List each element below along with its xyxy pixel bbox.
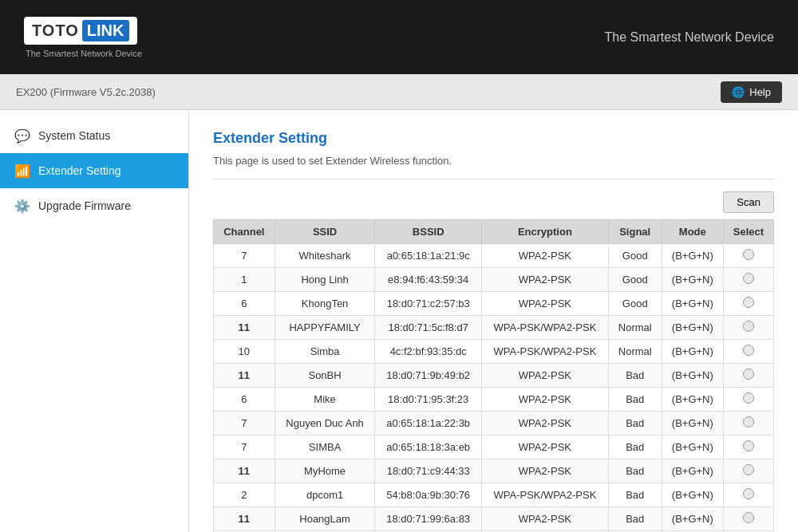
- table-cell: HAPPYFAMILY: [275, 316, 375, 340]
- table-cell: 7: [214, 412, 275, 435]
- table-cell: WPA2-PSK: [481, 364, 608, 388]
- main-layout: 💬System Status📶Extender Setting⚙️Upgrade…: [0, 110, 798, 532]
- table-cell: MyHome: [275, 459, 375, 483]
- table-cell: WPA2-PSK: [481, 459, 608, 483]
- table-cell: KhongTen: [275, 292, 375, 316]
- table-cell: 18:d0:71:99:6a:83: [375, 507, 481, 531]
- select-radio[interactable]: [743, 488, 754, 499]
- table-cell: 4c:f2:bf:93:35:dc: [375, 340, 481, 364]
- table-cell[interactable]: [724, 388, 774, 412]
- table-cell: WPA2-PSK: [481, 435, 608, 459]
- toolbar: EX200 (Firmware V5.2c.2038) 🌐 Help: [0, 74, 798, 110]
- table-cell: 18:d0:71:5c:f8:d7: [375, 316, 481, 340]
- sidebar-item-system-status[interactable]: 💬System Status: [0, 118, 188, 153]
- col-header-encryption: Encryption: [481, 220, 608, 244]
- select-radio[interactable]: [743, 368, 754, 380]
- table-cell: Bad: [608, 364, 662, 388]
- table-cell: Whiteshark: [275, 244, 375, 268]
- table-cell: WPA2-PSK: [481, 412, 608, 435]
- select-radio[interactable]: [743, 464, 754, 475]
- select-radio[interactable]: [743, 345, 754, 356]
- sidebar-item-upgrade-firmware[interactable]: ⚙️Upgrade Firmware: [0, 188, 188, 223]
- select-radio[interactable]: [743, 297, 754, 308]
- table-cell: WPA2-PSK: [481, 292, 608, 316]
- select-radio[interactable]: [743, 392, 754, 404]
- table-cell: (B+G+N): [662, 340, 723, 364]
- table-row: 11MyHome18:d0:71:c9:44:33WPA2-PSKBad(B+G…: [214, 459, 774, 483]
- table-cell: (B+G+N): [662, 435, 723, 459]
- table-cell: WPA2-PSK: [481, 507, 608, 531]
- table-cell: Nguyen Duc Anh: [275, 412, 375, 435]
- select-radio[interactable]: [743, 321, 754, 332]
- sidebar: 💬System Status📶Extender Setting⚙️Upgrade…: [0, 110, 189, 532]
- table-cell: 10: [214, 340, 275, 364]
- col-header-signal: Signal: [608, 220, 662, 244]
- table-cell: 6: [214, 292, 275, 316]
- col-header-bssid: BSSID: [375, 220, 481, 244]
- table-cell: Good: [608, 292, 662, 316]
- help-button[interactable]: 🌐 Help: [721, 81, 782, 103]
- table-cell: (B+G+N): [662, 388, 723, 412]
- select-radio[interactable]: [743, 273, 754, 284]
- table-cell: (B+G+N): [662, 412, 723, 435]
- logo-box: TOTO LINK: [24, 17, 137, 45]
- table-cell: Normal: [608, 316, 662, 340]
- table-cell: WPA2-PSK: [481, 268, 608, 292]
- table-cell: (B+G+N): [662, 268, 723, 292]
- table-cell: 1: [214, 268, 275, 292]
- table-cell: WPA2-PSK: [481, 388, 608, 412]
- table-cell: Bad: [608, 388, 662, 412]
- scan-area: Scan: [213, 191, 774, 213]
- header: TOTO LINK The Smartest Network Device Th…: [0, 0, 798, 74]
- select-radio[interactable]: [743, 440, 754, 451]
- table-cell[interactable]: [724, 412, 774, 435]
- table-cell: 6: [214, 388, 275, 412]
- table-cell[interactable]: [724, 459, 774, 483]
- scan-button[interactable]: Scan: [723, 191, 774, 213]
- table-cell: 2: [214, 483, 275, 507]
- table-cell: 18:d0:71:c9:44:33: [375, 459, 481, 483]
- table-cell[interactable]: [724, 292, 774, 316]
- select-radio[interactable]: [743, 416, 754, 428]
- table-cell: WPA-PSK/WPA2-PSK: [481, 483, 608, 507]
- select-radio[interactable]: [743, 249, 754, 260]
- select-radio[interactable]: [743, 512, 754, 523]
- upgrade-firmware-icon: ⚙️: [14, 198, 30, 214]
- sidebar-item-label: Upgrade Firmware: [38, 199, 131, 212]
- networks-table: ChannelSSIDBSSIDEncryptionSignalModeSele…: [213, 219, 774, 532]
- table-row: 6Mike18:d0:71:95:3f:23WPA2-PSKBad(B+G+N): [214, 388, 774, 412]
- table-cell: Simba: [275, 340, 375, 364]
- table-cell[interactable]: [724, 316, 774, 340]
- table-cell[interactable]: [724, 340, 774, 364]
- table-cell: 11: [214, 507, 275, 531]
- logo-toto: TOTO: [32, 22, 79, 40]
- table-header-row: ChannelSSIDBSSIDEncryptionSignalModeSele…: [214, 220, 774, 244]
- sidebar-item-extender-setting[interactable]: 📶Extender Setting: [0, 153, 188, 188]
- firmware-label: EX200 (Firmware V5.2c.2038): [16, 86, 156, 98]
- table-cell: WPA-PSK/WPA2-PSK: [481, 316, 608, 340]
- table-cell[interactable]: [724, 483, 774, 507]
- table-cell: dpcom1: [275, 483, 375, 507]
- table-cell: Bad: [608, 412, 662, 435]
- page-description: This page is used to set Extender Wirele…: [213, 155, 774, 167]
- table-cell: Bad: [608, 459, 662, 483]
- table-cell: a0:65:18:18:3a:eb: [375, 435, 481, 459]
- table-cell[interactable]: [724, 507, 774, 531]
- table-cell[interactable]: [724, 244, 774, 268]
- table-row: 11HoangLam18:d0:71:99:6a:83WPA2-PSKBad(B…: [214, 507, 774, 531]
- table-cell[interactable]: [724, 364, 774, 388]
- table-cell: (B+G+N): [662, 292, 723, 316]
- extender-setting-icon: 📶: [14, 163, 30, 179]
- divider: [213, 179, 774, 179]
- table-cell[interactable]: [724, 268, 774, 292]
- logo-area: TOTO LINK The Smartest Network Device: [24, 17, 142, 58]
- table-cell: 7: [214, 244, 275, 268]
- table-cell[interactable]: [724, 435, 774, 459]
- table-cell: (B+G+N): [662, 316, 723, 340]
- table-head: ChannelSSIDBSSIDEncryptionSignalModeSele…: [214, 220, 774, 244]
- table-row: 7Whitesharka0:65:18:1a:21:9cWPA2-PSKGood…: [214, 244, 774, 268]
- table-cell: 11: [214, 459, 275, 483]
- table-row: 11HAPPYFAMILY18:d0:71:5c:f8:d7WPA-PSK/WP…: [214, 316, 774, 340]
- table-row: 1Hong Linhe8:94:f6:43:59:34WPA2-PSKGood(…: [214, 268, 774, 292]
- table-cell: 18:d0:71:95:3f:23: [375, 388, 481, 412]
